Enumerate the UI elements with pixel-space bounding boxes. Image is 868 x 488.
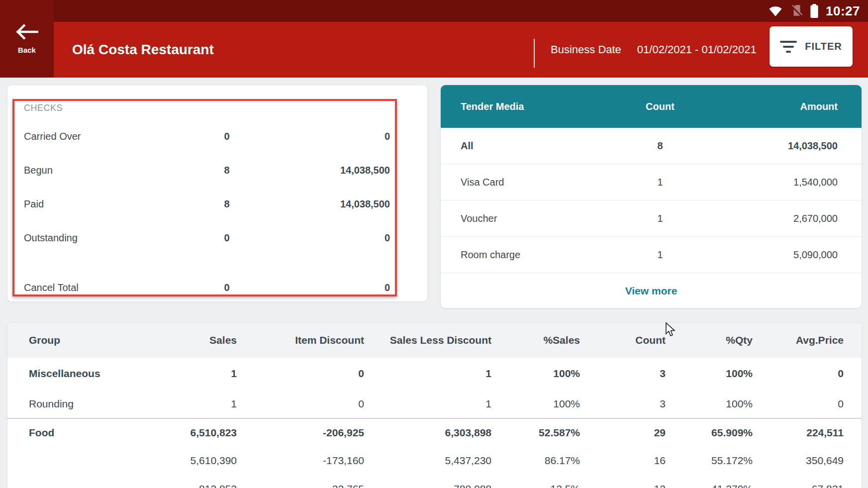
cell-item-discount: 0	[237, 368, 364, 380]
row-count: 1	[657, 213, 663, 224]
row-count: 0	[224, 131, 229, 142]
cell-pct-sales: 52.587%	[491, 427, 580, 439]
row-amount: 1,540,000	[793, 177, 838, 188]
cell-avg-price: 67,821	[753, 483, 844, 488]
checks-row-begun: Begun 8 14,038,500	[7, 160, 427, 180]
col-amount: Amount	[800, 101, 838, 112]
view-more-link[interactable]: View more	[441, 273, 862, 308]
cell-count: 12	[580, 483, 666, 488]
clock-time: 10:27	[826, 3, 860, 19]
cell-group: Food	[7, 427, 109, 439]
cell-sales: 813,853	[109, 483, 237, 488]
cell-pct-qty: 55.172%	[666, 455, 753, 467]
filter-icon	[780, 41, 797, 53]
back-arrow-icon	[15, 24, 38, 42]
col-sales: Sales	[109, 334, 237, 346]
checks-row-cancel-total: Cancel Total 0 0	[7, 278, 427, 297]
row-count: 8	[657, 140, 663, 152]
row-count: 8	[224, 198, 229, 210]
cell-avg-price: 0	[753, 398, 844, 410]
filter-button[interactable]: FILTER	[770, 26, 853, 67]
group-sales-table[interactable]: Group Sales Item Discount Sales Less Dis…	[7, 322, 862, 488]
row-amount: 14,038,500	[788, 140, 838, 152]
group-row-rounding: Rounding 1 0 1 100% 3 100% 0	[7, 390, 862, 418]
cell-count: 29	[580, 427, 666, 439]
cell-count: 3	[580, 368, 666, 380]
tender-row-voucher: Voucher 1 2,670,000	[441, 200, 862, 237]
cell-avg-price: 224,511	[753, 427, 844, 439]
header-divider	[534, 39, 535, 68]
app-header: Olá Costa Restaurant Business Date 01/02…	[0, 22, 868, 78]
col-pct-qty: %Qty	[666, 334, 753, 346]
cell-sales: 1	[109, 368, 237, 380]
status-bar: 10:27	[0, 0, 868, 22]
tender-row-room-charge: Room charge 1 5,090,000	[441, 237, 862, 273]
row-label: All	[461, 140, 474, 152]
no-sim-icon	[790, 4, 803, 17]
row-label: Begun	[24, 165, 53, 176]
row-amount: 0	[385, 232, 390, 244]
tender-row-all: All 8 14,038,500	[441, 128, 862, 164]
cell-avg-price: 350,649	[753, 455, 844, 467]
cell-pct-qty: 41.379%	[666, 483, 753, 488]
cell-count: 3	[580, 398, 666, 410]
wifi-icon	[768, 5, 783, 17]
checks-row-paid: Paid 8 14,038,500	[7, 194, 427, 214]
cell-item-discount: -206,925	[237, 427, 364, 439]
cell-sales-less-discount: 1	[364, 368, 491, 380]
col-item-discount: Item Discount	[237, 334, 364, 346]
cell-pct-qty: 100%	[666, 398, 753, 410]
col-group: Group	[7, 334, 109, 346]
cell-pct-qty: 100%	[666, 368, 753, 380]
row-label: Room charge	[461, 249, 520, 261]
filter-button-label: FILTER	[805, 41, 842, 52]
cell-group: Rounding	[7, 398, 109, 410]
group-row-food-sub2: 813,853 -33,765 780,088 12.5% 12 41.379%…	[7, 475, 862, 488]
tender-table-header: Tender Media Count Amount	[441, 85, 862, 128]
checks-row-outstanding: Outstanding 0 0	[7, 228, 427, 248]
row-count: 0	[224, 232, 229, 244]
business-date-picker[interactable]: Business Date 01/02/2021 - 01/02/2021	[551, 43, 757, 56]
checks-section-label: CHECKS	[24, 103, 63, 113]
checks-card: CHECKS Carried Over 0 0 Begun 8 14,038,5…	[7, 85, 428, 302]
row-amount: 0	[385, 131, 390, 142]
cell-sales-less-discount: 1	[364, 398, 491, 410]
cell-sales-less-discount: 5,437,230	[364, 455, 491, 467]
cell-pct-qty: 65.909%	[666, 427, 753, 439]
cell-avg-price: 0	[753, 368, 844, 380]
row-label: Carried Over	[24, 131, 81, 142]
business-date-value: 01/02/2021 - 01/02/2021	[637, 43, 757, 56]
group-table-header: Group Sales Item Discount Sales Less Dis…	[7, 323, 862, 358]
row-count: 8	[224, 165, 229, 176]
col-count: Count	[646, 101, 675, 112]
tender-media-card: Tender Media Count Amount All 8 14,038,5…	[440, 85, 862, 308]
row-amount: 5,090,000	[793, 249, 838, 261]
cell-count: 16	[580, 455, 666, 467]
mouse-cursor	[665, 322, 678, 339]
cell-sales: 1	[109, 398, 237, 410]
cell-sales-less-discount: 780,088	[364, 483, 491, 488]
business-date-label: Business Date	[551, 43, 621, 56]
row-label: Cancel Total	[24, 282, 79, 293]
cell-sales: 5,610,390	[109, 455, 237, 467]
col-tender-media: Tender Media	[461, 101, 524, 112]
page-title: Olá Costa Restaurant	[72, 42, 214, 58]
row-label: Visa Card	[461, 177, 504, 188]
row-amount: 14,038,500	[340, 198, 390, 210]
back-button[interactable]: Back	[0, 0, 54, 78]
row-label: Voucher	[461, 213, 497, 224]
col-count: Count	[580, 334, 666, 346]
row-label: Paid	[24, 198, 44, 210]
cell-group: Miscellaneous	[7, 368, 109, 380]
cell-item-discount: -173,160	[237, 455, 364, 467]
cell-pct-sales: 100%	[491, 398, 580, 410]
row-count: 0	[224, 282, 229, 293]
checks-row-carried-over: Carried Over 0 0	[7, 126, 427, 146]
cell-item-discount: 0	[237, 398, 364, 410]
cell-sales-less-discount: 6,303,898	[364, 427, 491, 439]
group-row-miscellaneous: Miscellaneous 1 0 1 100% 3 100% 0	[7, 358, 862, 390]
cell-pct-sales: 86.17%	[491, 455, 580, 467]
back-button-label: Back	[18, 46, 36, 54]
col-pct-sales: %Sales	[491, 334, 580, 346]
cell-item-discount: -33,765	[237, 483, 364, 488]
